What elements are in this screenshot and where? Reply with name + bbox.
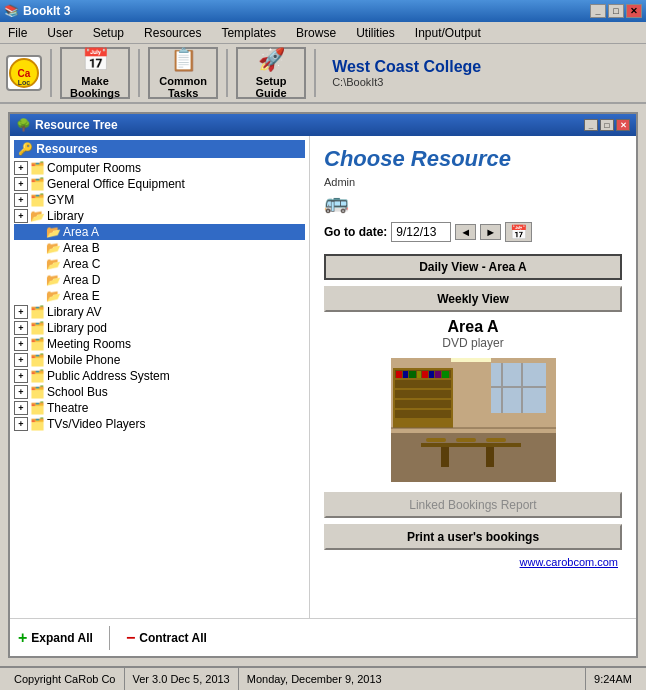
linked-bookings-button[interactable]: Linked Bookings Report	[324, 492, 622, 518]
tree-item-label: Library pod	[47, 321, 107, 335]
app-title: BookIt 3	[23, 4, 70, 18]
print-bookings-button[interactable]: Print a user's bookings	[324, 524, 622, 550]
resource-window-titlebar: 🌳 Resource Tree _ □ ✕	[10, 114, 636, 136]
weekly-view-button[interactable]: Weekly View	[324, 286, 622, 312]
tree-item-label: Area E	[63, 289, 100, 303]
tree-item-label: Area C	[63, 257, 100, 271]
setup-guide-button[interactable]: 🚀 SetupGuide	[236, 47, 306, 99]
tree-item-label: Area D	[63, 273, 100, 287]
tree-expander[interactable]: +	[14, 353, 28, 367]
tree-item[interactable]: 📂Area C	[14, 256, 305, 272]
svg-rect-16	[403, 371, 408, 378]
tree-item[interactable]: +🗂️Theatre	[14, 400, 305, 416]
expand-all-button[interactable]: + Expand All	[18, 629, 93, 647]
tree-item[interactable]: +📂Library	[14, 208, 305, 224]
svg-rect-17	[409, 371, 416, 378]
tree-expander[interactable]: +	[14, 401, 28, 415]
svg-rect-12	[395, 390, 451, 398]
tree-expander[interactable]: +	[14, 161, 28, 175]
tree-folder-icon: 🗂️	[30, 417, 45, 431]
menu-user[interactable]: User	[43, 24, 76, 42]
tree-item[interactable]: +🗂️Computer Rooms	[14, 160, 305, 176]
tree-expander[interactable]: +	[14, 209, 28, 223]
menu-utilities[interactable]: Utilities	[352, 24, 399, 42]
website-link[interactable]: www.carobcom.com	[324, 556, 622, 568]
resource-tree-icon: 🌳	[16, 118, 31, 132]
close-button[interactable]: ✕	[626, 4, 642, 18]
make-bookings-label: MakeBookings	[70, 75, 120, 99]
tree-item[interactable]: +🗂️School Bus	[14, 384, 305, 400]
minimize-button[interactable]: _	[590, 4, 606, 18]
tree-expander[interactable]: +	[14, 385, 28, 399]
tree-item[interactable]: 📂Area E	[14, 288, 305, 304]
menu-templates[interactable]: Templates	[217, 24, 280, 42]
svg-rect-24	[441, 447, 449, 467]
daily-view-button[interactable]: Daily View - Area A	[324, 254, 622, 280]
resource-image	[391, 358, 556, 482]
tree-item[interactable]: 📂Area D	[14, 272, 305, 288]
date-input[interactable]	[391, 222, 451, 242]
tree-expander[interactable]: +	[14, 369, 28, 383]
status-date: Monday, December 9, 2013	[239, 668, 586, 690]
tree-item-label: GYM	[47, 193, 74, 207]
tree-expander[interactable]: +	[14, 305, 28, 319]
tree-item-label: Computer Rooms	[47, 161, 141, 175]
toolbar-divider-1	[50, 49, 52, 97]
common-tasks-button[interactable]: 📋 CommonTasks	[148, 47, 218, 99]
menu-input-output[interactable]: Input/Output	[411, 24, 485, 42]
maximize-button[interactable]: □	[608, 4, 624, 18]
menu-setup[interactable]: Setup	[89, 24, 128, 42]
menu-resources[interactable]: Resources	[140, 24, 205, 42]
tree-folder-icon: 🗂️	[30, 369, 45, 383]
tree-folder-icon: 🗂️	[30, 321, 45, 335]
rw-maximize-button[interactable]: □	[600, 119, 614, 131]
menu-bar: File User Setup Resources Templates Brow…	[0, 22, 646, 44]
tree-folder-icon: 🗂️	[30, 353, 45, 367]
tree-item-label: Meeting Rooms	[47, 337, 131, 351]
tree-items-container: +🗂️Computer Rooms+🗂️General Office Equip…	[14, 160, 305, 432]
contract-all-button[interactable]: − Contract All	[126, 629, 207, 647]
calendar-button[interactable]: 📅	[505, 222, 532, 242]
svg-rect-30	[451, 358, 491, 362]
tree-item[interactable]: 📂Area A	[14, 224, 305, 240]
menu-browse[interactable]: Browse	[292, 24, 340, 42]
setup-guide-label: SetupGuide	[256, 75, 287, 99]
date-next-button[interactable]: ►	[480, 224, 501, 240]
tree-folder-icon: 🗂️	[30, 161, 45, 175]
tree-item[interactable]: +🗂️General Office Equipment	[14, 176, 305, 192]
menu-file[interactable]: File	[4, 24, 31, 42]
tree-expander[interactable]: +	[14, 417, 28, 431]
svg-rect-11	[395, 380, 451, 388]
tree-item[interactable]: +🗂️GYM	[14, 192, 305, 208]
date-prev-button[interactable]: ◄	[455, 224, 476, 240]
tree-expander[interactable]: +	[14, 193, 28, 207]
tree-folder-icon: 📂	[46, 257, 61, 271]
tree-folder-icon: 🗂️	[30, 337, 45, 351]
admin-label: Admin	[324, 176, 622, 188]
tree-item[interactable]: 📂Area B	[14, 240, 305, 256]
tree-item-label: Theatre	[47, 401, 88, 415]
tree-item[interactable]: +🗂️Meeting Rooms	[14, 336, 305, 352]
tree-item[interactable]: +🗂️Mobile Phone	[14, 352, 305, 368]
setup-guide-icon: 🚀	[258, 47, 285, 73]
tree-expander[interactable]: +	[14, 177, 28, 191]
toolbar-info: West Coast College C:\BookIt3	[332, 58, 481, 88]
tree-item[interactable]: +🗂️Library pod	[14, 320, 305, 336]
make-bookings-button[interactable]: 📅 MakeBookings	[60, 47, 130, 99]
contract-all-label: Contract All	[139, 631, 207, 645]
time-text: 9:24AM	[594, 673, 632, 685]
tree-item[interactable]: +🗂️TVs/Video Players	[14, 416, 305, 432]
tree-folder-icon: 📂	[30, 209, 45, 223]
toolbar: Ca Loc 📅 MakeBookings 📋 CommonTasks 🚀 Se…	[0, 44, 646, 104]
college-path: C:\BookIt3	[332, 76, 481, 88]
svg-rect-20	[429, 371, 434, 378]
svg-rect-22	[442, 371, 449, 378]
rw-minimize-button[interactable]: _	[584, 119, 598, 131]
tree-item[interactable]: +🗂️Public Address System	[14, 368, 305, 384]
tree-expander[interactable]: +	[14, 337, 28, 351]
app-icon: 📚	[4, 4, 19, 18]
rw-close-button[interactable]: ✕	[616, 119, 630, 131]
svg-rect-3	[391, 428, 556, 482]
tree-expander[interactable]: +	[14, 321, 28, 335]
tree-item[interactable]: +🗂️Library AV	[14, 304, 305, 320]
